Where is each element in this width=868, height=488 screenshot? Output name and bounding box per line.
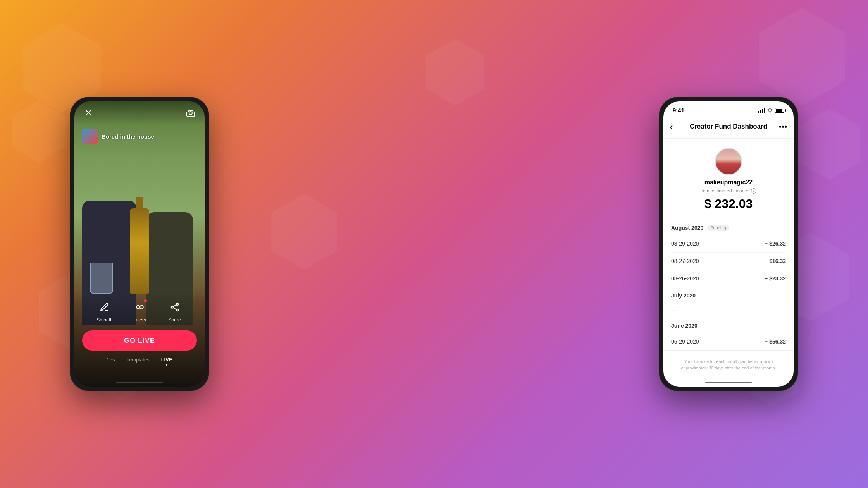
filters-icon	[132, 299, 148, 315]
amount-jun29: + $56.32	[765, 339, 786, 345]
active-tab-indicator	[166, 364, 167, 366]
date-aug27: 08-27-2020	[671, 258, 699, 264]
song-title: Bored in the house	[102, 133, 154, 140]
avatar	[715, 148, 742, 175]
balance-label-text: Total estimated balance	[701, 188, 749, 194]
nav-bar: ‹ Creator Fund Dashboard •••	[663, 117, 794, 139]
back-button[interactable]: ‹	[670, 120, 684, 134]
balance-amount: $ 232.03	[704, 197, 753, 211]
july-empty-row: —	[671, 302, 786, 317]
song-thumb-image	[82, 129, 98, 144]
balance-label-container: Total estimated balance i	[701, 188, 756, 194]
june-month-title: June 2020	[671, 323, 698, 329]
july-2020-header: July 2020	[671, 287, 786, 302]
empty-indicator: —	[671, 306, 677, 313]
amount-aug27: + $16.32	[765, 258, 786, 264]
share-label: Share	[169, 317, 181, 323]
svg-point-0	[189, 112, 192, 115]
date-aug29: 08-29-2020	[671, 241, 699, 247]
left-top-bar: ✕	[74, 101, 205, 125]
smooth-tool[interactable]: Smooth	[96, 299, 112, 323]
july-month-title: July 2020	[671, 292, 696, 299]
status-time: 9:41	[673, 107, 684, 113]
svg-point-3	[176, 303, 178, 305]
share-tool[interactable]: Share	[167, 299, 183, 323]
filters-tool[interactable]: Filters	[132, 299, 148, 323]
filters-label: Filters	[133, 317, 146, 323]
amount-aug26: + $23.32	[765, 275, 786, 282]
left-phone-frame: ✕ Bored in the house	[70, 97, 209, 391]
more-button[interactable]: •••	[773, 120, 787, 134]
info-icon[interactable]: i	[751, 188, 756, 194]
svg-point-5	[176, 309, 178, 311]
tab-templates[interactable]: Templates	[126, 357, 149, 366]
username: makeupmagic22	[704, 179, 753, 186]
amount-aug29: + $26.32	[765, 241, 786, 247]
camera-button[interactable]	[184, 107, 197, 119]
right-phone-screen: 9:41	[663, 101, 794, 387]
right-phone-frame: 9:41	[659, 97, 798, 391]
svg-line-6	[173, 305, 176, 307]
date-aug26: 08-26-2020	[671, 275, 699, 282]
filter-notification-dot	[144, 299, 147, 302]
svg-point-1	[136, 306, 140, 309]
earning-row-jun29: 06-29-2020 + $56.32	[671, 333, 786, 350]
earning-row-aug29: 08-29-2020 + $26.32	[671, 235, 786, 252]
signal-bars-icon	[758, 108, 765, 113]
footer-note: Your balance for each month can be withd…	[663, 350, 794, 383]
share-icon	[167, 299, 183, 315]
earning-row-aug27: 08-27-2020 + $16.32	[671, 252, 786, 270]
right-home-indicator	[705, 382, 752, 383]
bottle	[130, 208, 149, 294]
bottom-tabs: 15s Templates LIVE	[82, 357, 197, 367]
earnings-content: August 2020 Pending 08-29-2020 + $26.32 …	[663, 219, 794, 350]
left-bottom-controls: Smooth Filters	[74, 292, 205, 387]
right-phone-wrapper: 9:41	[659, 97, 798, 391]
song-info: Bored in the house	[82, 129, 154, 144]
tab-live[interactable]: LIVE	[161, 357, 172, 363]
earning-row-aug26: 08-26-2020 + $23.32	[671, 270, 786, 287]
glass	[90, 263, 113, 294]
pending-badge: Pending	[707, 225, 729, 231]
song-thumbnail	[82, 129, 98, 144]
tab-15s[interactable]: 15s	[107, 357, 115, 366]
status-bar: 9:41	[663, 101, 794, 117]
svg-point-2	[140, 306, 143, 309]
status-icons	[758, 108, 784, 113]
footer-note-text: Your balance for each month can be withd…	[681, 359, 776, 370]
august-month-title: August 2020	[671, 225, 703, 231]
left-phone-wrapper: ✕ Bored in the house	[70, 97, 209, 391]
avatar-image	[716, 149, 741, 174]
august-2020-header: August 2020 Pending	[671, 219, 786, 235]
go-live-button[interactable]: GO LIVE	[82, 330, 197, 351]
wifi-icon	[767, 108, 773, 113]
battery-icon	[775, 108, 784, 113]
profile-section: makeupmagic22 Total estimated balance i …	[663, 139, 794, 219]
date-jun29: 06-29-2020	[671, 339, 699, 345]
battery-fill	[776, 109, 782, 112]
smooth-icon	[97, 299, 112, 315]
svg-line-7	[173, 308, 176, 309]
tools-row: Smooth Filters	[82, 299, 197, 323]
nav-title: Creator Fund Dashboard	[690, 123, 767, 131]
close-button[interactable]: ✕	[82, 107, 95, 119]
smooth-label: Smooth	[96, 317, 112, 323]
left-phone-screen: ✕ Bored in the house	[74, 101, 205, 387]
june-2020-header: June 2020	[671, 317, 786, 333]
svg-point-4	[171, 306, 173, 308]
go-live-label: GO LIVE	[124, 337, 155, 345]
